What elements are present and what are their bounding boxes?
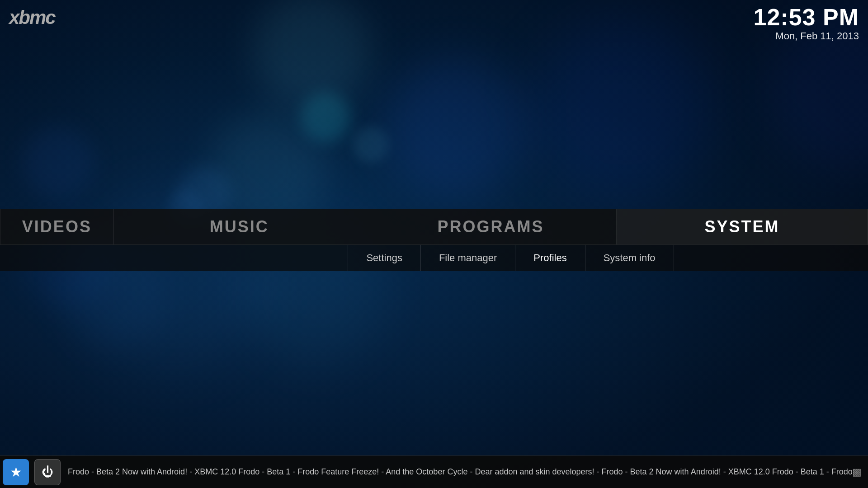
sub-nav-system-info[interactable]: System info xyxy=(585,245,674,271)
bokeh-circle xyxy=(353,127,389,163)
favorites-icon: ★ xyxy=(10,464,22,480)
nav-item-music[interactable]: MUSIC xyxy=(114,209,365,244)
main-nav-bar: VIDEOS MUSIC PROGRAMS SYSTEM xyxy=(0,209,868,245)
clock-date: Mon, Feb 11, 2013 xyxy=(754,30,859,42)
clock-time: 12:53 PM xyxy=(754,5,859,30)
nav-item-videos[interactable]: VIDEOS xyxy=(0,209,114,244)
logo-text: xbmc xyxy=(9,7,55,28)
favorites-button[interactable]: ★ xyxy=(3,459,29,485)
sub-nav-file-manager[interactable]: File manager xyxy=(421,245,515,271)
bokeh-circle xyxy=(23,127,95,199)
sub-nav-bar: Settings File manager Profiles System in… xyxy=(0,245,868,271)
clock-area: 12:53 PM Mon, Feb 11, 2013 xyxy=(754,5,859,42)
sub-nav-settings[interactable]: Settings xyxy=(348,245,421,271)
news-ticker: Frodo - Beta 2 Now with Android! - XBMC … xyxy=(63,467,852,477)
sub-nav-profiles[interactable]: Profiles xyxy=(515,245,585,271)
power-icon: ⏻ xyxy=(42,465,53,479)
rss-icon: ▩ xyxy=(852,466,868,478)
bottom-bar: ★ ⏻ Frodo - Beta 2 Now with Android! - X… xyxy=(0,455,868,488)
xbmc-logo: xbmc xyxy=(9,7,55,28)
sub-nav-items: Settings File manager Profiles System in… xyxy=(348,245,674,271)
bokeh-circle xyxy=(387,56,527,197)
ticker-text: Frodo - Beta 2 Now with Android! - XBMC … xyxy=(68,467,852,477)
bokeh-circle xyxy=(253,0,371,108)
nav-item-system[interactable]: SYSTEM xyxy=(617,209,868,244)
bokeh-circle xyxy=(533,18,714,199)
power-button[interactable]: ⏻ xyxy=(34,459,61,485)
nav-item-programs[interactable]: PROGRAMS xyxy=(365,209,617,244)
